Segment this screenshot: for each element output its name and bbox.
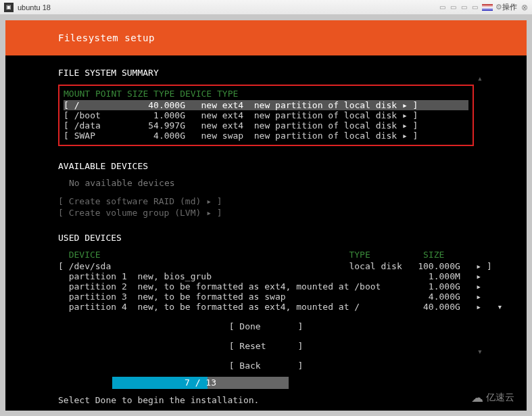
used-row-partition-2[interactable]: partition 2 new, to be formatted as ext4… [58,281,474,292]
reset-button[interactable]: [ Reset ] [58,341,474,351]
watermark-text: 亿速云 [486,392,514,404]
installer-screen: Filesystem setup FILE SYSTEM SUMMARY MOU… [5,20,527,411]
locale-flag-icon[interactable] [482,4,493,11]
used-row-partition-1[interactable]: partition 1 new, bios_grub 1.000M ▸ [58,271,474,281]
used-row-dev-sda[interactable]: [ /dev/sda local disk 100.000G ▸ ] [58,261,474,271]
action-menu[interactable]: 操作 [502,2,517,12]
window-title: ubuntu 18 [18,3,51,11]
fs-row-data[interactable]: [ /data 54.997G new ext4 new partition o… [64,120,468,131]
fs-row-swap[interactable]: [ SWAP 4.000G new swap new partition of … [64,131,468,141]
scroll-down-icon[interactable]: ▾ [477,346,483,356]
display-mode-icon[interactable]: ▭ [470,3,479,11]
fs-summary-title: FILE SYSTEM SUMMARY [58,68,474,78]
used-row-partition-3[interactable]: partition 3 new, to be formatted as swap… [58,292,474,302]
progress-text: 7 / 13 [112,377,289,389]
used-title: USED DEVICES [58,233,474,243]
back-button[interactable]: [ Back ] [58,361,474,371]
done-button[interactable]: [ Done ] [58,321,474,331]
available-devices-section: AVAILABLE DEVICES No available devices [… [58,161,474,218]
display-mode-icon[interactable]: ▭ [448,3,458,11]
page-title: Filesystem setup [5,20,527,55]
display-mode-icon[interactable]: ▭ [437,3,447,11]
window-titlebar: ▣ ubuntu 18 ▭ ▭ ▭ ▭ ⚙ 操作 ⊗ [0,0,532,15]
create-raid-option: [ Create software RAID (md) ▸ ] [58,196,474,206]
hint-text: Select Done to begin the installation. [58,395,259,405]
used-devices-section: USED DEVICES DEVICE TYPE SIZE [ /dev/sda… [58,233,474,312]
fs-row-boot[interactable]: [ /boot 1.000G new ext4 new partition of… [64,110,468,120]
progress-bar: 7 / 13 [112,377,289,389]
scrollbar[interactable]: ▴ ▾ [475,73,485,356]
fs-summary-box: MOUNT POINT SIZE TYPE DEVICE TYPE [ / 40… [58,85,474,146]
gear-icon[interactable]: ⚙ [495,3,502,11]
scroll-up-icon[interactable]: ▴ [477,73,483,83]
no-devices-label: No available devices [69,178,474,188]
watermark: ☁ 亿速云 [471,390,514,405]
display-mode-icon[interactable]: ▭ [459,3,468,11]
vm-viewport: Filesystem setup FILE SYSTEM SUMMARY MOU… [0,15,532,416]
available-title: AVAILABLE DEVICES [58,161,474,171]
fs-summary-columns: MOUNT POINT SIZE TYPE DEVICE TYPE [64,89,468,99]
used-columns: DEVICE TYPE SIZE [58,250,474,260]
fs-row-root[interactable]: [ / 40.000G new ext4 new partition of lo… [64,100,468,110]
vm-icon: ▣ [4,3,14,12]
used-row-partition-4[interactable]: partition 4 new, to be formatted as ext4… [58,302,474,312]
create-lvm-option: [ Create volume group (LVM) ▸ ] [58,208,474,218]
cloud-icon: ☁ [471,390,483,405]
close-icon[interactable]: ⊗ [521,3,528,12]
